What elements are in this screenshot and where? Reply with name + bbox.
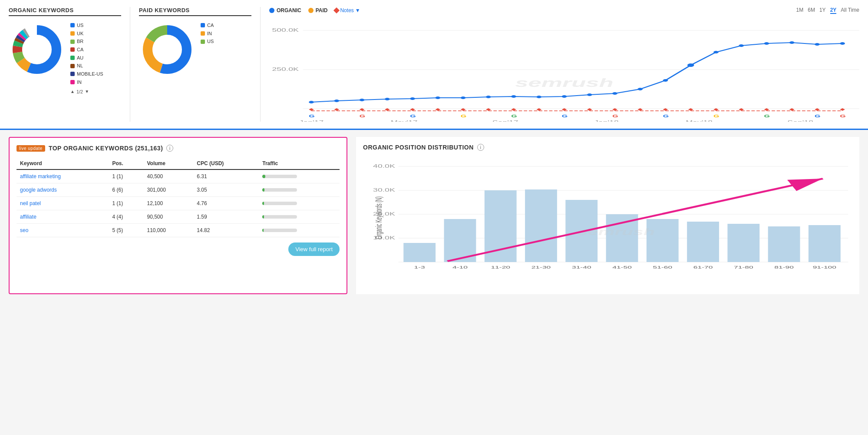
info-icon[interactable]: i	[166, 145, 173, 152]
time-filter-6m[interactable]: 6M	[808, 7, 815, 14]
col-volume: Volume	[143, 158, 193, 169]
cpc-cell: 14.82	[193, 224, 259, 237]
svg-text:Sep'17: Sep'17	[492, 120, 518, 122]
svg-point-34	[663, 79, 668, 82]
keyword-cell: neil patel	[17, 197, 109, 210]
svg-text:G: G	[309, 114, 315, 118]
cpc-cell: 4.76	[193, 197, 259, 210]
svg-point-27	[486, 96, 491, 98]
time-filter-1y[interactable]: 1Y	[819, 7, 826, 14]
keyword-cell: seo	[17, 224, 109, 237]
svg-text:41-50: 41-50	[612, 265, 632, 269]
time-filter-all[interactable]: All Time	[841, 7, 859, 14]
pos-cell: 6 (6)	[109, 183, 143, 197]
paid-legend-entry: PAID	[308, 7, 328, 13]
svg-text:Sep'18: Sep'18	[787, 120, 813, 122]
cpc-cell: 1.59	[193, 210, 259, 224]
keyword-link[interactable]: neil patel	[20, 200, 41, 206]
svg-text:250.0K: 250.0K	[272, 67, 299, 72]
svg-text:71-80: 71-80	[734, 265, 753, 269]
view-full-report-button[interactable]: View full report	[288, 242, 340, 256]
svg-point-33	[637, 88, 643, 90]
organic-dot	[269, 8, 274, 13]
top-keywords-title: live update TOP ORGANIC KEYWORDS (251,16…	[17, 145, 340, 152]
svg-point-26	[461, 96, 466, 99]
time-filter-1m[interactable]: 1M	[796, 7, 804, 14]
notes-dropdown[interactable]: Notes ▼	[334, 7, 360, 13]
col-keyword: Keyword	[17, 158, 109, 169]
live-update-badge: live update	[17, 145, 45, 152]
svg-text:G: G	[764, 114, 770, 118]
table-row: google adwords 6 (6) 301,000 3.05	[17, 183, 340, 197]
svg-text:semrush: semrush	[578, 226, 655, 237]
position-dist-chart: 40.0K 30.0K 20.0K 10.0K	[363, 157, 852, 287]
col-cpc: CPC (USD)	[193, 158, 259, 169]
traffic-chart-panel: ORGANIC PAID Notes ▼ 1M 6M 1Y 2Y All Tim…	[269, 7, 859, 122]
svg-point-10	[27, 40, 46, 59]
svg-text:G: G	[410, 114, 416, 118]
paid-keywords-legend: CA IN US	[201, 21, 214, 46]
bar-61-70	[687, 222, 719, 262]
bar-4-10	[444, 219, 476, 262]
traffic-bar-container	[262, 175, 297, 178]
svg-point-25	[435, 96, 440, 99]
svg-point-40	[815, 43, 820, 46]
svg-text:61-70: 61-70	[693, 265, 713, 269]
svg-point-39	[789, 41, 795, 44]
svg-text:11-20: 11-20	[491, 265, 510, 269]
organic-donut-chart	[9, 21, 65, 78]
svg-text:Organic Keywords (N): Organic Keywords (N)	[374, 196, 383, 239]
traffic-cell	[259, 169, 340, 183]
organic-legend-entry: ORGANIC	[269, 7, 301, 13]
pos-cell: 5 (5)	[109, 224, 143, 237]
svg-text:G: G	[663, 114, 669, 118]
svg-point-35	[687, 63, 694, 67]
bar-chart-container: 40.0K 30.0K 20.0K 10.0K	[363, 157, 852, 287]
svg-point-36	[713, 51, 719, 53]
svg-text:May'17: May'17	[391, 120, 418, 122]
svg-point-20	[309, 101, 314, 103]
svg-point-23	[385, 98, 390, 100]
keyword-link[interactable]: affiliate	[20, 214, 36, 220]
svg-point-14	[158, 40, 177, 59]
keywords-table: Keyword Pos. Volume CPC (USD) Traffic af…	[17, 158, 340, 237]
traffic-bar	[262, 175, 265, 178]
traffic-cell	[259, 224, 340, 237]
volume-cell: 110,000	[143, 224, 193, 237]
svg-text:G: G	[562, 114, 568, 118]
volume-cell: 40,500	[143, 169, 193, 183]
svg-point-31	[587, 93, 592, 96]
time-filter-2y[interactable]: 2Y	[830, 7, 837, 14]
table-header-row: Keyword Pos. Volume CPC (USD) Traffic	[17, 158, 340, 169]
organic-keywords-title: ORGANIC KEYWORDS	[9, 7, 121, 16]
traffic-bar-container	[262, 188, 297, 192]
svg-text:May'18: May'18	[686, 120, 713, 122]
svg-point-21	[334, 100, 339, 102]
svg-text:G: G	[360, 114, 366, 118]
volume-cell: 90,500	[143, 210, 193, 224]
keyword-link[interactable]: google adwords	[20, 187, 57, 193]
svg-point-28	[511, 95, 516, 98]
svg-text:31-40: 31-40	[572, 265, 591, 269]
organic-keywords-panel: ORGANIC KEYWORDS	[9, 7, 130, 122]
paid-keywords-title: PAID KEYWORDS	[139, 7, 251, 16]
chevron-down-icon: ▼	[355, 7, 360, 13]
svg-text:51-60: 51-60	[653, 265, 672, 269]
legend-page[interactable]: ▲ 1/2 ▼	[70, 89, 103, 94]
keyword-link[interactable]: affiliate marketing	[20, 173, 61, 179]
svg-text:Jan'17: Jan'17	[299, 120, 324, 122]
svg-text:G: G	[815, 114, 821, 118]
svg-text:21-30: 21-30	[531, 265, 551, 269]
traffic-bar	[262, 215, 264, 219]
svg-text:G: G	[840, 114, 846, 118]
svg-point-30	[562, 95, 567, 98]
chart-legend: ORGANIC PAID Notes ▼	[269, 7, 360, 13]
keyword-link[interactable]: seo	[20, 227, 28, 233]
keyword-cell: affiliate	[17, 210, 109, 224]
svg-point-22	[360, 99, 365, 101]
position-dist-info-icon[interactable]: i	[477, 144, 484, 151]
position-distribution-panel: ORGANIC POSITION DISTRIBUTION i 40.0K 30…	[356, 137, 859, 294]
organic-keywords-legend: US UK BR CA AU NL MOBILE-US IN	[70, 21, 103, 86]
svg-text:G: G	[713, 114, 719, 118]
svg-text:40.0K: 40.0K	[373, 164, 396, 169]
